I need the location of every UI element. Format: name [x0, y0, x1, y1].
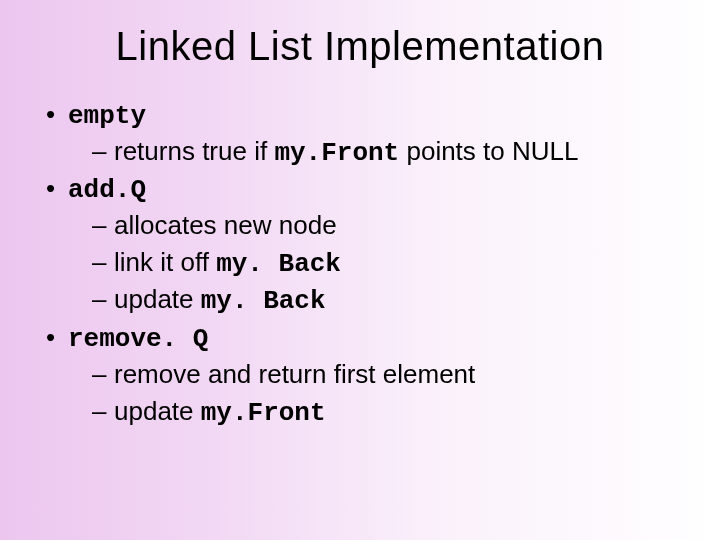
bullet-icon: •: [46, 171, 68, 206]
sub-list: – allocates new node – link it off my. B…: [46, 208, 680, 319]
sub-item: – link it off my. Back: [92, 245, 680, 282]
bullet-label: remove. Q: [68, 322, 208, 357]
sub-code: my.Front: [201, 398, 326, 428]
bullet-row: • add.Q: [46, 171, 680, 208]
sub-code: my. Back: [216, 249, 341, 279]
sub-text: allocates new node: [114, 208, 337, 245]
sub-text: update my. Back: [114, 282, 326, 319]
sub-text: remove and return first element: [114, 357, 475, 394]
bullet-item: • remove. Q – remove and return first el…: [46, 320, 680, 431]
dash-icon: –: [92, 357, 114, 392]
slide: Linked List Implementation • empty – ret…: [0, 0, 720, 540]
sub-item: – update my. Back: [92, 282, 680, 319]
dash-icon: –: [92, 208, 114, 243]
dash-icon: –: [92, 282, 114, 317]
sub-code: my. Back: [201, 286, 326, 316]
sub-text: link it off my. Back: [114, 245, 341, 282]
dash-icon: –: [92, 245, 114, 280]
sub-item: – returns true if my.Front points to NUL…: [92, 134, 680, 171]
bullet-row: • empty: [46, 97, 680, 134]
bullet-label: add.Q: [68, 173, 146, 208]
bullet-icon: •: [46, 97, 68, 132]
sub-list: – remove and return first element – upda…: [46, 357, 680, 431]
sub-post: points to NULL: [399, 136, 578, 166]
slide-title: Linked List Implementation: [40, 24, 680, 69]
sub-item: – remove and return first element: [92, 357, 680, 394]
sub-list: – returns true if my.Front points to NUL…: [46, 134, 680, 171]
sub-pre: returns true if: [114, 136, 274, 166]
sub-pre: remove and return first element: [114, 359, 475, 389]
bullet-row: • remove. Q: [46, 320, 680, 357]
bullet-item: • empty – returns true if my.Front point…: [46, 97, 680, 171]
dash-icon: –: [92, 134, 114, 169]
sub-pre: link it off: [114, 247, 216, 277]
sub-text: update my.Front: [114, 394, 326, 431]
sub-item: – allocates new node: [92, 208, 680, 245]
sub-pre: update: [114, 284, 201, 314]
bullet-item: • add.Q – allocates new node – link it o…: [46, 171, 680, 319]
bullet-icon: •: [46, 320, 68, 355]
sub-item: – update my.Front: [92, 394, 680, 431]
sub-text: returns true if my.Front points to NULL: [114, 134, 578, 171]
sub-pre: update: [114, 396, 201, 426]
dash-icon: –: [92, 394, 114, 429]
bullet-list: • empty – returns true if my.Front point…: [46, 97, 680, 431]
sub-pre: allocates new node: [114, 210, 337, 240]
bullet-label: empty: [68, 99, 146, 134]
sub-code: my.Front: [274, 138, 399, 168]
